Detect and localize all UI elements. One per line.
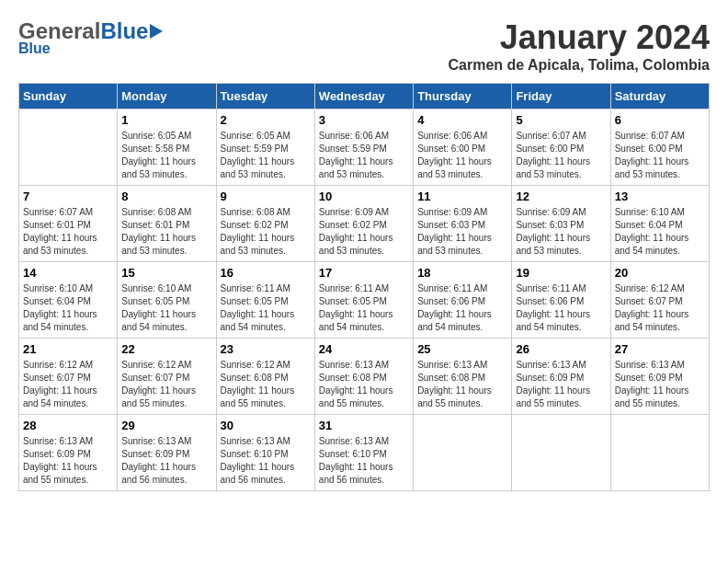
table-row: 2Sunrise: 6:05 AMSunset: 5:59 PMDaylight… (216, 109, 314, 186)
header-saturday: Saturday (610, 84, 709, 109)
table-row: 26Sunrise: 6:13 AMSunset: 6:09 PMDayligh… (512, 339, 610, 415)
day-number: 23 (221, 342, 311, 356)
title-block: January 2024 Carmen de Apicala, Tolima, … (448, 18, 710, 74)
day-number: 4 (417, 113, 507, 127)
calendar-header-row: Sunday Monday Tuesday Wednesday Thursday… (19, 84, 710, 109)
calendar-week-row: 14Sunrise: 6:10 AMSunset: 6:04 PMDayligh… (19, 262, 710, 339)
day-info: Sunrise: 6:10 AMSunset: 6:04 PMDaylight:… (615, 206, 705, 258)
day-info: Sunrise: 6:12 AMSunset: 6:07 PMDaylight:… (121, 359, 211, 410)
table-row (414, 415, 512, 491)
table-row: 9Sunrise: 6:08 AMSunset: 6:02 PMDaylight… (216, 186, 314, 262)
table-row: 5Sunrise: 6:07 AMSunset: 6:00 PMDaylight… (512, 109, 610, 186)
day-info: Sunrise: 6:07 AMSunset: 6:01 PMDaylight:… (23, 206, 113, 258)
day-number: 11 (417, 190, 507, 203)
day-number: 24 (319, 342, 409, 356)
day-info: Sunrise: 6:08 AMSunset: 6:01 PMDaylight:… (121, 206, 211, 258)
table-row: 22Sunrise: 6:12 AMSunset: 6:07 PMDayligh… (118, 339, 216, 415)
day-number: 12 (516, 190, 606, 203)
table-row: 7Sunrise: 6:07 AMSunset: 6:01 PMDaylight… (19, 186, 118, 262)
day-number: 1 (121, 113, 211, 127)
day-info: Sunrise: 6:13 AMSunset: 6:10 PMDaylight:… (221, 435, 311, 487)
table-row: 11Sunrise: 6:09 AMSunset: 6:03 PMDayligh… (414, 186, 512, 262)
table-row: 31Sunrise: 6:13 AMSunset: 6:10 PMDayligh… (314, 415, 413, 491)
table-row: 20Sunrise: 6:12 AMSunset: 6:07 PMDayligh… (610, 262, 709, 339)
table-row: 4Sunrise: 6:06 AMSunset: 6:00 PMDaylight… (414, 109, 512, 186)
table-row (19, 109, 118, 186)
day-number: 15 (121, 266, 211, 280)
day-number: 8 (121, 190, 211, 203)
table-row (610, 415, 709, 491)
day-number: 30 (221, 419, 311, 432)
header-monday: Monday (118, 84, 216, 109)
day-number: 25 (417, 342, 507, 356)
calendar-week-row: 28Sunrise: 6:13 AMSunset: 6:09 PMDayligh… (19, 415, 710, 491)
table-row: 28Sunrise: 6:13 AMSunset: 6:09 PMDayligh… (19, 415, 118, 491)
page-subtitle: Carmen de Apicala, Tolima, Colombia (448, 57, 710, 74)
table-row: 12Sunrise: 6:09 AMSunset: 6:03 PMDayligh… (512, 186, 610, 262)
header-friday: Friday (512, 84, 610, 109)
table-row: 10Sunrise: 6:09 AMSunset: 6:02 PMDayligh… (314, 186, 413, 262)
table-row: 27Sunrise: 6:13 AMSunset: 6:09 PMDayligh… (610, 339, 709, 415)
calendar-week-row: 21Sunrise: 6:12 AMSunset: 6:07 PMDayligh… (19, 339, 710, 415)
day-number: 3 (319, 113, 409, 127)
table-row: 24Sunrise: 6:13 AMSunset: 6:08 PMDayligh… (314, 339, 413, 415)
day-number: 22 (121, 342, 211, 356)
day-number: 21 (23, 342, 113, 356)
day-number: 26 (516, 342, 606, 356)
day-number: 20 (615, 266, 705, 280)
day-info: Sunrise: 6:12 AMSunset: 6:08 PMDaylight:… (221, 359, 311, 410)
logo-tagline: Blue (18, 40, 163, 57)
table-row: 30Sunrise: 6:13 AMSunset: 6:10 PMDayligh… (216, 415, 314, 491)
day-number: 10 (319, 190, 409, 203)
table-row: 13Sunrise: 6:10 AMSunset: 6:04 PMDayligh… (610, 186, 709, 262)
day-number: 27 (615, 342, 705, 356)
page-title: January 2024 (448, 18, 710, 57)
day-info: Sunrise: 6:13 AMSunset: 6:09 PMDaylight:… (121, 435, 211, 487)
day-number: 14 (23, 266, 113, 280)
day-info: Sunrise: 6:12 AMSunset: 6:07 PMDaylight:… (23, 359, 113, 410)
day-number: 29 (121, 419, 211, 432)
day-number: 9 (221, 190, 311, 203)
day-info: Sunrise: 6:07 AMSunset: 6:00 PMDaylight:… (615, 130, 705, 181)
table-row: 21Sunrise: 6:12 AMSunset: 6:07 PMDayligh… (19, 339, 118, 415)
day-number: 31 (319, 419, 409, 432)
table-row (512, 415, 610, 491)
header-thursday: Thursday (414, 84, 512, 109)
day-info: Sunrise: 6:10 AMSunset: 6:05 PMDaylight:… (121, 282, 211, 334)
day-number: 19 (516, 266, 606, 280)
table-row: 17Sunrise: 6:11 AMSunset: 6:05 PMDayligh… (314, 262, 413, 339)
calendar-table: Sunday Monday Tuesday Wednesday Thursday… (18, 83, 710, 491)
day-info: Sunrise: 6:08 AMSunset: 6:02 PMDaylight:… (221, 206, 311, 258)
day-info: Sunrise: 6:13 AMSunset: 6:08 PMDaylight:… (319, 359, 409, 410)
day-info: Sunrise: 6:05 AMSunset: 5:59 PMDaylight:… (221, 130, 311, 181)
day-number: 2 (221, 113, 311, 127)
day-number: 28 (23, 419, 113, 432)
table-row: 25Sunrise: 6:13 AMSunset: 6:08 PMDayligh… (414, 339, 512, 415)
table-row: 16Sunrise: 6:11 AMSunset: 6:05 PMDayligh… (216, 262, 314, 339)
table-row: 18Sunrise: 6:11 AMSunset: 6:06 PMDayligh… (414, 262, 512, 339)
table-row: 14Sunrise: 6:10 AMSunset: 6:04 PMDayligh… (19, 262, 118, 339)
day-info: Sunrise: 6:07 AMSunset: 6:00 PMDaylight:… (516, 130, 606, 181)
day-info: Sunrise: 6:09 AMSunset: 6:02 PMDaylight:… (319, 206, 409, 258)
day-info: Sunrise: 6:10 AMSunset: 6:04 PMDaylight:… (23, 282, 113, 334)
table-row: 8Sunrise: 6:08 AMSunset: 6:01 PMDaylight… (118, 186, 216, 262)
table-row: 19Sunrise: 6:11 AMSunset: 6:06 PMDayligh… (512, 262, 610, 339)
day-number: 17 (319, 266, 409, 280)
day-info: Sunrise: 6:13 AMSunset: 6:08 PMDaylight:… (417, 359, 507, 410)
table-row: 6Sunrise: 6:07 AMSunset: 6:00 PMDaylight… (610, 109, 709, 186)
day-info: Sunrise: 6:13 AMSunset: 6:09 PMDaylight:… (516, 359, 606, 410)
day-info: Sunrise: 6:11 AMSunset: 6:06 PMDaylight:… (417, 282, 507, 334)
calendar-week-row: 1Sunrise: 6:05 AMSunset: 5:58 PMDaylight… (19, 109, 710, 186)
day-info: Sunrise: 6:11 AMSunset: 6:05 PMDaylight:… (319, 282, 409, 334)
page-header: General Blue Blue January 2024 Carmen de… (18, 18, 710, 74)
day-number: 18 (417, 266, 507, 280)
table-row: 3Sunrise: 6:06 AMSunset: 5:59 PMDaylight… (314, 109, 413, 186)
day-info: Sunrise: 6:09 AMSunset: 6:03 PMDaylight:… (516, 206, 606, 258)
header-sunday: Sunday (19, 84, 118, 109)
logo: General Blue Blue (18, 18, 163, 57)
day-info: Sunrise: 6:13 AMSunset: 6:10 PMDaylight:… (319, 435, 409, 487)
day-number: 6 (615, 113, 705, 127)
day-number: 13 (615, 190, 705, 203)
day-info: Sunrise: 6:05 AMSunset: 5:58 PMDaylight:… (121, 130, 211, 181)
table-row: 29Sunrise: 6:13 AMSunset: 6:09 PMDayligh… (118, 415, 216, 491)
